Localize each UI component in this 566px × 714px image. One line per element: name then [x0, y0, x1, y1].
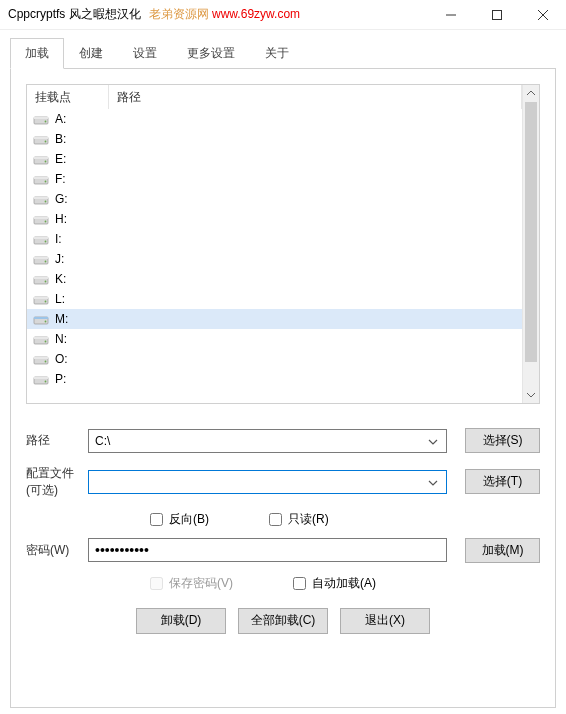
- tab-load[interactable]: 加载: [10, 38, 64, 69]
- svg-point-36: [45, 321, 47, 323]
- drive-row[interactable]: I:: [27, 229, 522, 249]
- svg-point-27: [45, 261, 47, 263]
- maximize-button[interactable]: [474, 0, 520, 29]
- drive-label: L:: [55, 292, 65, 306]
- drive-row[interactable]: G:: [27, 189, 522, 209]
- minimize-icon: [446, 10, 456, 20]
- svg-rect-32: [34, 297, 48, 299]
- svg-point-33: [45, 301, 47, 303]
- scroll-down-icon[interactable]: [523, 386, 539, 403]
- drive-row[interactable]: L:: [27, 289, 522, 309]
- drive-label: I:: [55, 232, 62, 246]
- row-reverse-readonly: 反向(B) 只读(R): [26, 511, 540, 528]
- drive-row[interactable]: A:: [27, 109, 522, 129]
- drive-label: P:: [55, 372, 66, 386]
- svg-point-39: [45, 341, 47, 343]
- close-icon: [538, 10, 548, 20]
- automount-checkbox[interactable]: 自动加载(A): [293, 575, 376, 592]
- chevron-down-icon: [426, 434, 440, 448]
- drive-label: O:: [55, 352, 68, 366]
- automount-checkbox-input[interactable]: [293, 577, 306, 590]
- path-label: 路径: [26, 432, 88, 449]
- watermark-text-b: www.69zyw.com: [212, 7, 300, 21]
- dismount-button[interactable]: 卸载(D): [136, 608, 226, 634]
- drive-list: 挂载点 路径 A: B: E: F: G: H: I: J: K: L: M: …: [26, 84, 540, 404]
- config-combo[interactable]: [88, 470, 447, 494]
- column-path[interactable]: 路径: [109, 85, 522, 109]
- svg-point-9: [45, 141, 47, 143]
- tab-panel: 挂载点 路径 A: B: E: F: G: H: I: J: K: L: M: …: [10, 68, 556, 708]
- drive-row[interactable]: O:: [27, 349, 522, 369]
- svg-rect-44: [34, 377, 48, 379]
- maximize-icon: [492, 10, 502, 20]
- mount-button[interactable]: 加载(M): [465, 538, 540, 563]
- svg-rect-23: [34, 237, 48, 239]
- titlebar: Cppcryptfs 风之暇想汉化 老弟资源网 www.69zyw.com: [0, 0, 566, 30]
- drive-row[interactable]: J:: [27, 249, 522, 269]
- svg-point-42: [45, 361, 47, 363]
- svg-rect-14: [34, 177, 48, 179]
- tab-create[interactable]: 创建: [64, 38, 118, 69]
- drive-row[interactable]: B:: [27, 129, 522, 149]
- svg-point-30: [45, 281, 47, 283]
- drive-row[interactable]: M:: [27, 309, 522, 329]
- svg-rect-26: [34, 257, 48, 259]
- readonly-checkbox-input[interactable]: [269, 513, 282, 526]
- svg-point-45: [45, 381, 47, 383]
- svg-point-15: [45, 181, 47, 183]
- scroll-up-icon[interactable]: [523, 85, 539, 102]
- watermark: 老弟资源网 www.69zyw.com: [149, 6, 300, 23]
- svg-point-24: [45, 241, 47, 243]
- select-path-button[interactable]: 选择(S): [465, 428, 540, 453]
- svg-point-12: [45, 161, 47, 163]
- scroll-track[interactable]: [523, 102, 539, 386]
- drive-icon: [33, 373, 49, 385]
- drive-label: E:: [55, 152, 66, 166]
- svg-rect-41: [34, 357, 48, 359]
- window-controls: [428, 0, 566, 29]
- tab-strip: 加载 创建 设置 更多设置 关于: [0, 30, 566, 69]
- scroll-thumb[interactable]: [525, 102, 537, 362]
- tab-more-settings[interactable]: 更多设置: [172, 38, 250, 69]
- column-mount-point[interactable]: 挂载点: [27, 85, 109, 109]
- watermark-text-a: 老弟资源网: [149, 7, 209, 21]
- reverse-checkbox-input[interactable]: [150, 513, 163, 526]
- select-config-button[interactable]: 选择(T): [465, 469, 540, 494]
- drive-row[interactable]: H:: [27, 209, 522, 229]
- close-button[interactable]: [520, 0, 566, 29]
- drive-row[interactable]: K:: [27, 269, 522, 289]
- svg-point-6: [45, 121, 47, 123]
- drive-label: G:: [55, 192, 68, 206]
- drive-icon: [33, 273, 49, 285]
- tab-about[interactable]: 关于: [250, 38, 304, 69]
- drive-icon: [33, 313, 49, 325]
- drive-row[interactable]: E:: [27, 149, 522, 169]
- drive-label: B:: [55, 132, 66, 146]
- drive-icon: [33, 133, 49, 145]
- drive-row[interactable]: F:: [27, 169, 522, 189]
- drive-row[interactable]: N:: [27, 329, 522, 349]
- drive-icon: [33, 353, 49, 365]
- dismount-all-button[interactable]: 全部卸载(C): [238, 608, 328, 634]
- drive-icon: [33, 213, 49, 225]
- drive-icon: [33, 293, 49, 305]
- exit-button[interactable]: 退出(X): [340, 608, 430, 634]
- readonly-checkbox[interactable]: 只读(R): [269, 511, 329, 528]
- password-input[interactable]: [88, 538, 447, 562]
- vertical-scrollbar[interactable]: [522, 85, 539, 403]
- path-combo[interactable]: C:\: [88, 429, 447, 453]
- drive-list-inner: 挂载点 路径 A: B: E: F: G: H: I: J: K: L: M: …: [27, 85, 522, 403]
- minimize-button[interactable]: [428, 0, 474, 29]
- svg-rect-1: [493, 10, 502, 19]
- row-password: 密码(W) 加载(M): [26, 538, 540, 563]
- drive-label: A:: [55, 112, 66, 126]
- automount-label: 自动加载(A): [312, 575, 376, 592]
- svg-point-18: [45, 201, 47, 203]
- action-buttons: 卸载(D) 全部卸载(C) 退出(X): [26, 608, 540, 634]
- config-label-text: 配置文件: [26, 466, 74, 480]
- drive-label: J:: [55, 252, 64, 266]
- tab-settings[interactable]: 设置: [118, 38, 172, 69]
- drive-icon: [33, 173, 49, 185]
- drive-row[interactable]: P:: [27, 369, 522, 389]
- reverse-checkbox[interactable]: 反向(B): [150, 511, 209, 528]
